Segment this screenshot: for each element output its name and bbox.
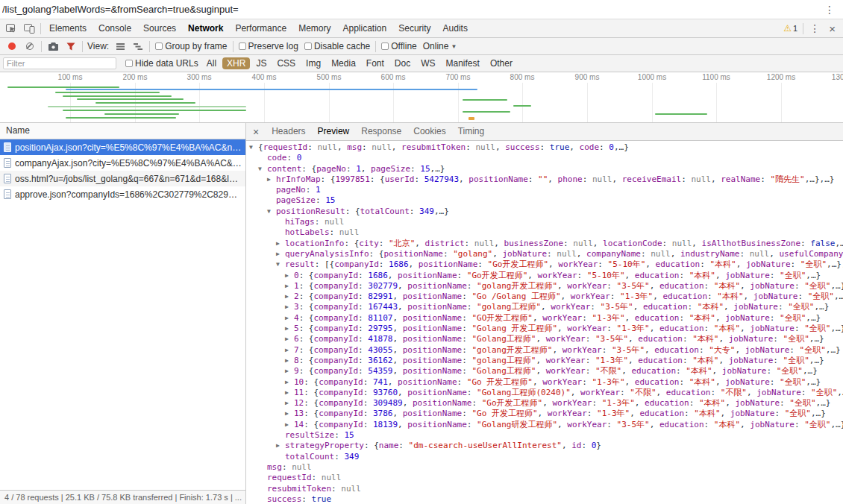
collapsed-arrow-icon[interactable]: ▶ bbox=[285, 377, 294, 388]
view-waterfall-button[interactable] bbox=[129, 38, 147, 54]
filter-pill-media[interactable]: Media bbox=[327, 57, 360, 69]
preview-line[interactable]: ▶strategyProperty: {name: "dm-csearch-us… bbox=[246, 441, 843, 451]
collapsed-arrow-icon[interactable]: ▶ bbox=[276, 239, 285, 249]
request-row[interactable]: approve.json?companyIds=1686%2C302779%2C… bbox=[0, 186, 245, 202]
name-column-header[interactable]: Name bbox=[0, 123, 245, 139]
preview-line[interactable]: ▶2: {companyId: 82991, positionName: "Go… bbox=[246, 292, 843, 302]
throttling-dropdown[interactable]: Online ▼ bbox=[420, 41, 460, 51]
tab-headers[interactable]: Headers bbox=[266, 123, 311, 140]
filter-pill-js[interactable]: JS bbox=[251, 57, 271, 69]
collapsed-arrow-icon[interactable]: ▶ bbox=[285, 271, 294, 281]
filter-input[interactable] bbox=[3, 57, 116, 69]
filter-pill-all[interactable]: All bbox=[202, 57, 221, 69]
page-url[interactable]: /list_golang?labelWords=&fromSearch=true… bbox=[2, 4, 821, 15]
tab-sources[interactable]: Sources bbox=[137, 19, 182, 37]
preview-line[interactable]: ▶6: {companyId: 41878, positionName: "Go… bbox=[246, 334, 843, 344]
preview-line[interactable]: ▶5: {companyId: 29795, positionName: "Go… bbox=[246, 324, 843, 334]
preview-line[interactable]: ▶12: {companyId: 309489, positionName: "… bbox=[246, 398, 843, 409]
preview-line[interactable]: ▼positionResult: {totalCount: 349,…} bbox=[246, 207, 843, 217]
tab-cookies[interactable]: Cookies bbox=[407, 123, 451, 140]
collapsed-arrow-icon[interactable]: ▶ bbox=[285, 302, 294, 312]
collapsed-arrow-icon[interactable]: ▶ bbox=[285, 281, 294, 292]
expanded-arrow-icon[interactable]: ▼ bbox=[267, 207, 276, 217]
collapsed-arrow-icon[interactable]: ▶ bbox=[285, 398, 294, 409]
preview-line[interactable]: ▼content: {pageNo: 1, pageSize: 15,…} bbox=[246, 164, 843, 174]
device-toolbar-icon[interactable] bbox=[20, 20, 38, 37]
filter-pill-img[interactable]: Img bbox=[301, 57, 325, 69]
expanded-arrow-icon[interactable]: ▼ bbox=[258, 164, 267, 174]
expanded-arrow-icon[interactable]: ▼ bbox=[249, 142, 258, 153]
filter-pill-ws[interactable]: WS bbox=[416, 57, 439, 69]
tab-preview[interactable]: Preview bbox=[312, 123, 356, 140]
collapsed-arrow-icon[interactable]: ▶ bbox=[276, 441, 285, 451]
tab-performance[interactable]: Performance bbox=[229, 19, 292, 37]
preview-line[interactable]: ▶13: {companyId: 3786, positionName: "Go… bbox=[246, 409, 843, 419]
tab-network[interactable]: Network bbox=[182, 19, 229, 37]
close-detail-icon[interactable]: × bbox=[246, 126, 266, 138]
collapsed-arrow-icon[interactable]: ▶ bbox=[267, 174, 276, 185]
screenshot-button[interactable] bbox=[44, 38, 62, 54]
preview-line[interactable]: ▶1: {companyId: 302779, positionName: "g… bbox=[246, 281, 843, 292]
request-row[interactable]: companyAjax.json?city=%E5%8C%97%E4%BA%AC… bbox=[0, 155, 245, 171]
collapsed-arrow-icon[interactable]: ▶ bbox=[285, 292, 294, 302]
filter-pill-manifest[interactable]: Manifest bbox=[442, 57, 484, 69]
preview-line[interactable]: ▶hrInfoMap: {1997851: {userId: 5427943, … bbox=[246, 174, 843, 185]
tab-security[interactable]: Security bbox=[392, 19, 436, 37]
file-icon bbox=[4, 142, 11, 152]
preview-line[interactable]: ▶11: {companyId: 93760, positionName: "G… bbox=[246, 388, 843, 398]
collapsed-arrow-icon[interactable]: ▶ bbox=[276, 249, 285, 259]
tab-elements[interactable]: Elements bbox=[43, 19, 93, 37]
collapsed-arrow-icon[interactable]: ▶ bbox=[285, 324, 294, 334]
filter-toggle-button[interactable] bbox=[62, 38, 80, 54]
clear-button[interactable] bbox=[21, 38, 39, 54]
browser-menu-icon[interactable]: ⋮ bbox=[821, 4, 839, 16]
preview-line[interactable]: ▶locationInfo: {city: "北京", district: nu… bbox=[246, 239, 843, 249]
tab-console[interactable]: Console bbox=[93, 19, 137, 37]
filter-pill-doc[interactable]: Doc bbox=[390, 57, 415, 69]
preview-line[interactable]: ▶8: {companyId: 36162, positionName: "go… bbox=[246, 356, 843, 366]
hide-data-urls-checkbox[interactable]: Hide data URLs bbox=[122, 58, 201, 69]
tab-timing[interactable]: Timing bbox=[452, 123, 491, 140]
record-button[interactable] bbox=[3, 38, 21, 54]
tab-memory[interactable]: Memory bbox=[292, 19, 336, 37]
timeline-overview[interactable]: 100 ms200 ms300 ms400 ms500 ms600 ms700 … bbox=[0, 72, 843, 123]
collapsed-arrow-icon[interactable]: ▶ bbox=[285, 313, 294, 324]
filter-pill-other[interactable]: Other bbox=[486, 57, 517, 69]
collapsed-arrow-icon[interactable]: ▶ bbox=[285, 409, 294, 419]
request-row[interactable]: positionAjax.json?city=%E5%8C%97%E4%BA%A… bbox=[0, 139, 245, 155]
inspect-element-icon[interactable] bbox=[2, 20, 20, 37]
filter-pill-css[interactable]: CSS bbox=[272, 57, 300, 69]
collapsed-arrow-icon[interactable]: ▶ bbox=[285, 356, 294, 366]
collapsed-arrow-icon[interactable]: ▶ bbox=[285, 345, 294, 356]
tab-application[interactable]: Application bbox=[336, 19, 392, 37]
devtools-close-icon[interactable]: × bbox=[824, 22, 841, 35]
group-by-frame-checkbox[interactable]: Group by frame bbox=[152, 41, 230, 51]
filter-pill-xhr[interactable]: XHR bbox=[222, 57, 250, 69]
preview-line[interactable]: ▶3: {companyId: 167443, positionName: "g… bbox=[246, 302, 843, 312]
tab-audits[interactable]: Audits bbox=[437, 19, 474, 37]
preview-line[interactable]: ▶0: {companyId: 1686, positionName: "Go开… bbox=[246, 271, 843, 281]
disable-cache-checkbox[interactable]: Disable cache bbox=[301, 41, 373, 51]
preview-line[interactable]: ▶14: {companyId: 18139, positionName: "G… bbox=[246, 420, 843, 430]
tab-response[interactable]: Response bbox=[355, 123, 407, 140]
waterfall-bar bbox=[655, 113, 707, 115]
preview-line[interactable]: ▶9: {companyId: 54359, positionName: "Go… bbox=[246, 366, 843, 377]
view-list-button[interactable] bbox=[111, 38, 129, 54]
collapsed-arrow-icon[interactable]: ▶ bbox=[285, 334, 294, 344]
preview-line[interactable]: ▶queryAnalysisInfo: {positionName: "gola… bbox=[246, 249, 843, 259]
preview-line[interactable]: ▶4: {companyId: 81107, positionName: "GO… bbox=[246, 313, 843, 324]
devtools-menu-icon[interactable]: ⋮ bbox=[806, 22, 824, 34]
collapsed-arrow-icon[interactable]: ▶ bbox=[285, 420, 294, 430]
collapsed-arrow-icon[interactable]: ▶ bbox=[285, 366, 294, 377]
collapsed-arrow-icon[interactable]: ▶ bbox=[285, 388, 294, 398]
request-row[interactable]: oss.html?u=/jobs/list_golang&q=667&n=671… bbox=[0, 171, 245, 186]
preview-line[interactable]: ▼{requestId: null, msg: null, resubmitTo… bbox=[246, 142, 843, 153]
preview-line[interactable]: ▶7: {companyId: 43055, positionName: "go… bbox=[246, 345, 843, 356]
preview-line[interactable]: ▼result: [{companyId: 1686, positionName… bbox=[246, 259, 843, 270]
offline-checkbox[interactable]: Offline bbox=[378, 41, 419, 51]
warning-badge[interactable]: ⚠ 1 bbox=[780, 23, 800, 34]
preview-line[interactable]: ▶10: {companyId: 741, positionName: "Go … bbox=[246, 377, 843, 388]
filter-pill-font[interactable]: Font bbox=[362, 57, 389, 69]
preserve-log-checkbox[interactable]: Preserve log bbox=[236, 41, 301, 51]
expanded-arrow-icon[interactable]: ▼ bbox=[276, 259, 285, 270]
